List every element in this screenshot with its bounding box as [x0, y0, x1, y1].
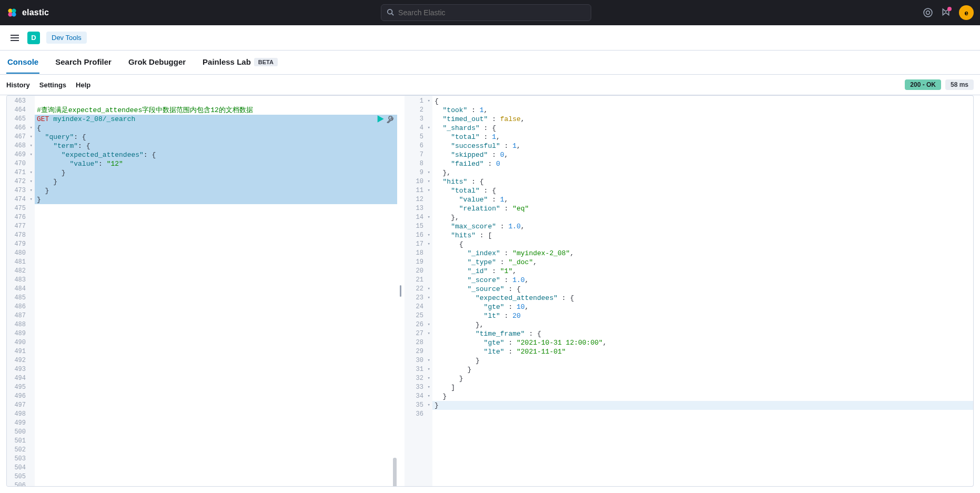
response-pane[interactable]: 1234567891011121314151617181920212223242…	[405, 95, 974, 487]
brand-logo[interactable]: elastic	[6, 7, 49, 18]
help-link[interactable]: Help	[76, 81, 90, 89]
tab-grok-debugger[interactable]: Grok Debugger	[127, 51, 187, 74]
request-options-button[interactable]	[387, 115, 395, 123]
devtools-tabs: Console Search Profiler Grok Debugger Pa…	[0, 51, 980, 75]
svg-point-3	[12, 12, 16, 16]
tab-search-profiler[interactable]: Search Profiler	[54, 51, 113, 74]
svg-line-5	[392, 13, 394, 15]
app-badge[interactable]: D	[27, 32, 40, 44]
request-gutter: 4634644654664674684694704714724734744754…	[7, 96, 35, 486]
newsfeed-icon[interactable]	[941, 8, 951, 17]
svg-point-7	[926, 11, 930, 15]
tab-painless-lab-label: Painless Lab	[203, 57, 251, 66]
svg-point-6	[924, 8, 932, 17]
response-time-badge: 58 ms	[945, 79, 974, 90]
user-avatar[interactable]: e	[959, 5, 974, 20]
top-header: elastic e	[0, 0, 980, 25]
settings-link[interactable]: Settings	[39, 81, 66, 89]
response-status-badge: 200 - OK	[905, 79, 941, 90]
global-search-input[interactable]	[398, 8, 585, 17]
tab-console[interactable]: Console	[6, 51, 39, 74]
send-request-button[interactable]	[376, 115, 385, 123]
history-link[interactable]: History	[6, 81, 30, 89]
beta-badge: BETA	[254, 58, 278, 66]
pane-resizer[interactable]	[397, 95, 405, 487]
editor-container: 4634644654664674684694704714724734744754…	[0, 95, 980, 493]
tab-painless-lab[interactable]: Painless Lab BETA	[201, 51, 279, 74]
response-viewer[interactable]: { "took" : 1, "timed_out" : false, "_sha…	[432, 96, 973, 486]
breadcrumb[interactable]: Dev Tools	[46, 32, 87, 44]
search-icon	[387, 8, 394, 17]
sub-header: D Dev Tools	[0, 25, 980, 51]
help-icon[interactable]	[923, 8, 933, 17]
nav-toggle-button[interactable]	[8, 32, 21, 44]
notification-dot	[947, 7, 952, 11]
console-toolbar: History Settings Help 200 - OK 58 ms	[0, 75, 980, 95]
response-gutter: 1234567891011121314151617181920212223242…	[405, 96, 432, 486]
svg-point-4	[388, 9, 392, 14]
brand-text: elastic	[22, 8, 49, 17]
request-editor[interactable]: #查询满足expected_attendees字段中数据范围内包含12的文档数据…	[35, 96, 397, 486]
elastic-logo-icon	[6, 7, 18, 18]
request-pane[interactable]: 4634644654664674684694704714724734744754…	[6, 95, 397, 487]
request-scrollbar[interactable]	[393, 458, 397, 487]
global-search[interactable]	[381, 4, 591, 21]
